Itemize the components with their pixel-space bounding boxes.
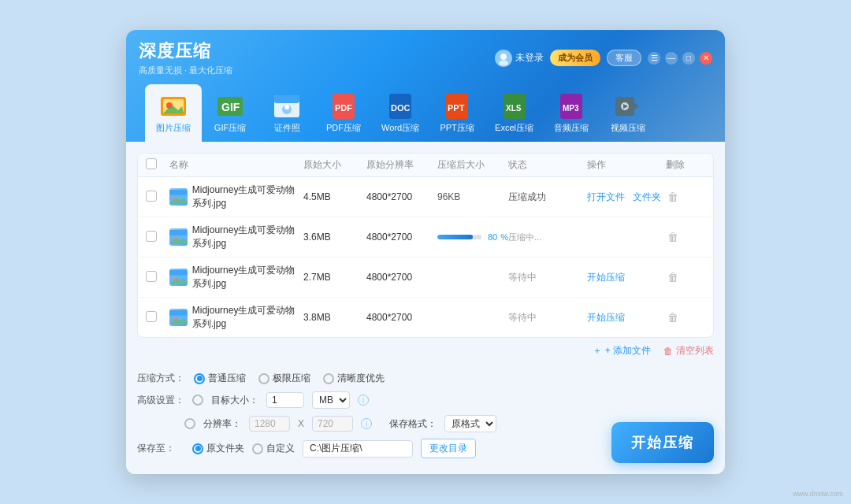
row1-status: 压缩成功: [508, 191, 587, 204]
row4-start-compress[interactable]: 开始压缩: [587, 312, 625, 323]
window-controls: ☰ — □ ✕: [648, 52, 712, 65]
row1-name-cell: Midjourney生成可爱动物系列.jpg: [169, 183, 303, 210]
row3-delete-button[interactable]: 🗑: [666, 269, 680, 285]
table-row: Midjourney生成可爱动物系列.jpg 2.7MB 4800*2700 等…: [138, 258, 713, 298]
resolution-info-icon[interactable]: i: [361, 418, 372, 429]
row2-checkbox[interactable]: [146, 231, 157, 242]
row2-thumb: [169, 228, 188, 246]
row2-resolution: 4800*2700: [366, 232, 437, 243]
mode-normal-label: 普通压缩: [208, 372, 246, 385]
row1-open-file[interactable]: 打开文件: [587, 191, 625, 202]
row3-start-compress[interactable]: 开始压缩: [587, 272, 625, 283]
add-file-button[interactable]: ＋ + 添加文件: [593, 344, 651, 358]
tab-word[interactable]: DOC Word压缩: [372, 84, 429, 142]
row1-resolution: 4800*2700: [366, 191, 437, 202]
start-compress-button[interactable]: 开始压缩: [611, 422, 714, 463]
service-button[interactable]: 客服: [607, 50, 641, 66]
save-custom-folder[interactable]: 自定义: [252, 442, 295, 455]
select-all-checkbox[interactable]: [146, 158, 157, 169]
row1-checkbox[interactable]: [146, 191, 157, 202]
resolution-width-input[interactable]: [249, 416, 290, 432]
save-original-folder[interactable]: 原文件夹: [192, 442, 244, 455]
mode-normal[interactable]: 普通压缩: [194, 372, 246, 385]
close-button[interactable]: ✕: [700, 52, 712, 65]
svg-rect-27: [169, 190, 188, 195]
row2-delete-button[interactable]: 🗑: [666, 229, 680, 245]
svg-text:GIF: GIF: [221, 101, 240, 113]
header-size: 原始大小: [303, 158, 366, 172]
target-size-unit-select[interactable]: MB KB: [312, 391, 350, 409]
tab-video[interactable]: 视频压缩: [600, 84, 656, 142]
svg-rect-31: [169, 230, 188, 235]
tab-pdf[interactable]: PDF PDF压缩: [315, 84, 372, 142]
header-action: 操作: [587, 158, 666, 172]
tab-gif[interactable]: GIF GIF压缩: [202, 84, 258, 142]
resolution-height-input[interactable]: [312, 416, 353, 432]
tab-idphoto-label: 证件照: [274, 122, 300, 134]
resolution-label: 分辨率：: [203, 417, 241, 431]
mode-clarity[interactable]: 清晰度优先: [323, 372, 385, 385]
target-size-info-icon[interactable]: i: [358, 395, 369, 406]
row1-filename: Midjourney生成可爱动物系列.jpg: [192, 183, 303, 210]
header-controls: 未登录 成为会员 客服 ☰ — □ ✕: [495, 50, 712, 67]
row4-resolution: 4800*2700: [366, 312, 437, 323]
row2-size: 3.6MB: [303, 232, 366, 243]
row3-size: 2.7MB: [303, 272, 366, 283]
svg-marker-23: [633, 102, 639, 111]
watermark: www.dnxtw.com: [793, 490, 843, 498]
svg-rect-9: [274, 95, 299, 103]
save-custom-radio[interactable]: [252, 443, 263, 454]
svg-point-1: [499, 60, 508, 65]
row1-delete-button[interactable]: 🗑: [666, 189, 680, 205]
mode-clarity-label: 清晰度优先: [337, 372, 385, 385]
menu-button[interactable]: ☰: [648, 52, 660, 65]
tab-pdf-label: PDF压缩: [326, 122, 361, 134]
save-path-input[interactable]: [303, 440, 413, 458]
tab-ppt-label: PPT压缩: [440, 122, 474, 134]
svg-text:XLS: XLS: [506, 104, 522, 113]
svg-text:MP3: MP3: [563, 104, 579, 113]
row4-delete-button[interactable]: 🗑: [666, 309, 680, 325]
tab-audio[interactable]: MP3 音频压缩: [543, 84, 600, 142]
row3-status: 等待中: [508, 271, 587, 284]
row1-open-folder[interactable]: 文件夹: [633, 191, 661, 202]
vip-button[interactable]: 成为会员: [550, 50, 600, 66]
row2-filename: Midjourney生成可爱动物系列.jpg: [192, 224, 303, 250]
svg-point-0: [500, 54, 507, 60]
tab-audio-label: 音频压缩: [554, 122, 589, 134]
mode-extreme[interactable]: 极限压缩: [258, 372, 310, 385]
maximize-button[interactable]: □: [682, 52, 695, 65]
minimize-button[interactable]: —: [665, 52, 678, 65]
row1-compressed: 96KB: [437, 191, 508, 202]
row4-thumb: [169, 309, 188, 326]
file-list-footer: ＋ + 添加文件 🗑 清空列表: [126, 338, 725, 364]
tab-idphoto[interactable]: 证件照: [258, 84, 315, 142]
svg-point-11: [284, 105, 289, 109]
clear-list-button[interactable]: 🗑 清空列表: [663, 344, 714, 358]
target-size-radio[interactable]: [192, 395, 203, 406]
header-compressed: 压缩后大小: [437, 158, 508, 172]
table-row: Midjourney生成可爱动物系列.jpg 4.5MB 4800*2700 9…: [138, 177, 713, 217]
table-row: Midjourney生成可爱动物系列.jpg 3.6MB 4800*2700 8…: [138, 217, 713, 258]
row2-progress-fill: [437, 235, 473, 239]
header-status: 状态: [508, 158, 587, 172]
compress-mode-row: 压缩方式： 普通压缩 极限压缩 清晰度优先: [137, 372, 714, 385]
row2-name-cell: Midjourney生成可爱动物系列.jpg: [169, 224, 303, 250]
tab-excel[interactable]: XLS Excel压缩: [485, 84, 543, 142]
app-title-area: 深度压缩 高质量无损 · 最大化压缩: [139, 39, 232, 76]
change-dir-button[interactable]: 更改目录: [421, 439, 476, 458]
mode-normal-radio[interactable]: [194, 373, 205, 384]
tab-image[interactable]: 图片压缩: [145, 84, 202, 142]
mode-extreme-radio[interactable]: [258, 373, 269, 384]
row4-status: 等待中: [508, 311, 587, 324]
tab-ppt[interactable]: PPT PPT压缩: [429, 84, 485, 142]
target-size-input[interactable]: [266, 392, 304, 408]
user-login-text: 未登录: [515, 51, 544, 65]
advanced-label: 高级设置：: [137, 394, 184, 407]
mode-clarity-radio[interactable]: [323, 373, 334, 384]
row4-checkbox[interactable]: [146, 311, 157, 322]
save-original-radio[interactable]: [192, 443, 203, 454]
row3-checkbox[interactable]: [146, 271, 157, 282]
save-format-select[interactable]: 原格式 JPG PNG WEBP: [444, 415, 496, 432]
resolution-radio[interactable]: [184, 418, 195, 429]
